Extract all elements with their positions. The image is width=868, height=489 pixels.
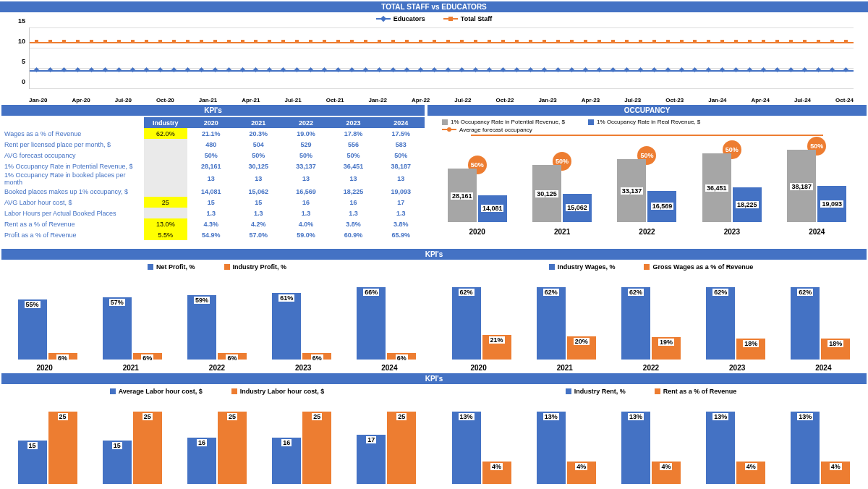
row-label: 1% Occupancy Rate in Potential Revenue, …: [1, 161, 144, 171]
x-tick: Jul-22: [454, 97, 471, 103]
year-val: 16,569: [282, 186, 330, 197]
y-tick: 15: [7, 17, 25, 25]
rentrev-label: Rent as a % of Revenue: [663, 388, 737, 395]
bar-group: 62% 19%: [615, 287, 687, 360]
year-val: 4.2%: [235, 218, 283, 229]
year-label: 2021: [529, 364, 601, 372]
year-val: 30,125: [235, 161, 283, 171]
y-tick: 5: [7, 58, 25, 65]
bar-b: 4%: [821, 462, 850, 484]
year-val: 13: [377, 171, 425, 186]
year-val: 50%: [187, 150, 235, 161]
rentrev-icon: [655, 388, 660, 394]
netprofit-label: Net Profit, %: [156, 263, 195, 271]
potential-icon: [442, 119, 448, 125]
row-label: Wages as a % of Revenue: [1, 128, 144, 139]
bar-a: 13%: [537, 412, 566, 484]
industry-val: [144, 208, 187, 218]
bar-group: 15 25: [12, 412, 84, 484]
col-2023: 2023: [330, 117, 378, 128]
bar-b: 4%: [652, 462, 681, 484]
x-tick: Oct-24: [835, 97, 854, 103]
year-label: 2020: [9, 364, 81, 372]
bar-a: 57%: [103, 297, 132, 360]
bar-group: 13% 4%: [699, 412, 772, 484]
table-row: 1% Occupancy Rate in booked places per m…: [1, 171, 425, 186]
year-val: 17.8%: [330, 128, 378, 139]
bar-group: 62% 18%: [784, 287, 856, 360]
bar-a: 13%: [621, 412, 650, 484]
y-tick: 0: [7, 78, 25, 85]
x-tick: Jan-24: [708, 97, 726, 103]
kpi-table-title: KPI's: [1, 105, 425, 116]
real-bar: 18,225: [733, 187, 762, 222]
year-val: 54.9%: [187, 229, 235, 240]
bar-a: 16: [272, 438, 301, 484]
year-label: 2022: [615, 364, 687, 372]
year-label: 2024: [353, 364, 425, 372]
indrent-label: Industry Rent, %: [574, 388, 626, 395]
totalstaff-marker: [443, 18, 458, 20]
bar-a: 62%: [791, 287, 820, 360]
bar-group: 17 25: [350, 412, 422, 484]
bar-b: 4%: [736, 462, 765, 484]
table-row: Profit as a % of Revenue 5.5% 54.9%57.0%…: [1, 229, 425, 240]
year-val: 15: [187, 197, 235, 208]
table-row: AVG forecast occupancy 50%50%50%50%50%: [1, 150, 425, 161]
grosswages-label: Gross Wages as a % of Revenue: [652, 263, 753, 271]
industry-val: 5.5%: [144, 229, 187, 240]
x-tick: Jul-23: [624, 97, 641, 103]
occupancy-title: OCCUPANCY: [427, 105, 867, 116]
year-label: 2023: [701, 364, 773, 372]
row-label: AVG Labor hour cost, $: [1, 197, 144, 208]
bar-a: 62%: [706, 287, 735, 360]
indrent-icon: [566, 388, 571, 394]
bar-a: 16: [187, 438, 216, 484]
bar-a: 13%: [452, 412, 481, 484]
bar-group: 66% 6%: [350, 287, 422, 360]
year-val: 4.3%: [187, 218, 235, 229]
year-val: 65.9%: [377, 229, 425, 240]
year-val: 16: [282, 197, 330, 208]
bar-a: 66%: [357, 287, 386, 360]
educators-label: Educators: [393, 15, 425, 22]
real-bar: 14,081: [478, 195, 507, 222]
bar-group: 62% 20%: [530, 287, 603, 360]
bar-b: 25: [48, 412, 77, 484]
row-label: Rent per licensed place per month, $: [1, 139, 144, 150]
table-row: AVG Labor hour cost, $ 25 1515161617: [1, 197, 425, 208]
real-bar: 19,093: [817, 186, 846, 222]
bar-group: 57% 6%: [96, 297, 169, 360]
real-bar: 15,062: [563, 194, 592, 222]
kpi-table: KPI's Industry 2020 2021 2022 2023 2024 …: [1, 103, 425, 247]
bar-b: 4%: [482, 462, 511, 484]
year-val: 50%: [330, 150, 378, 161]
kpis-bot-title: KPI's: [1, 373, 867, 384]
year-val: 19.0%: [282, 128, 330, 139]
year-val: 50%: [235, 150, 283, 161]
year-val: 1.3: [282, 208, 330, 218]
forecast-label: Average forecast occupancy: [459, 127, 532, 133]
kpis-mid-title: KPI's: [1, 249, 867, 260]
year-val: 13: [187, 171, 235, 186]
educators-marker: [376, 18, 391, 20]
bar-a: 62%: [621, 287, 650, 360]
occ-group: 50% 30,125 15,062: [526, 165, 598, 222]
bar-a: 61%: [272, 293, 301, 360]
x-tick: Jul-20: [115, 97, 132, 103]
year-val: 17.5%: [377, 128, 425, 139]
labor-chart: Average Labor hour cost, $ Industry Labo…: [1, 386, 433, 490]
industry-val: 25: [144, 197, 187, 208]
year-val: 50%: [377, 150, 425, 161]
occupancy-legend: 1% Occupancy Rate in Potential Revenue, …: [427, 117, 867, 135]
avglabor-icon: [110, 388, 116, 394]
staff-legend: Educators Total Staff: [0, 14, 868, 24]
bar-b: 21%: [482, 335, 511, 360]
year-val: 59.0%: [282, 229, 330, 240]
year-val: 3.8%: [377, 218, 425, 229]
year-val: 14,081: [187, 186, 235, 197]
x-tick: Oct-22: [495, 97, 514, 103]
x-tick: Oct-21: [326, 97, 344, 103]
col-2021: 2021: [235, 117, 283, 128]
year-label: 2020: [441, 228, 514, 236]
